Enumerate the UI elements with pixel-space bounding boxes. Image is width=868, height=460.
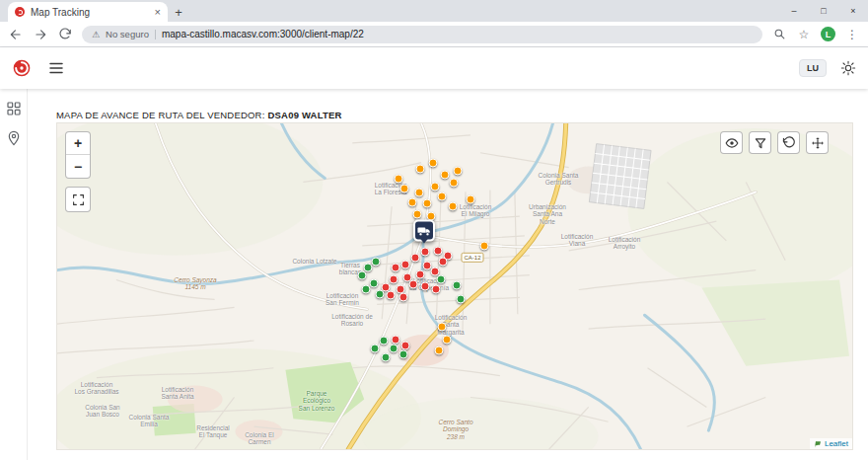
map-toolbar [720, 131, 829, 154]
client-marker[interactable] [438, 192, 447, 201]
browser-tab[interactable]: Map Tracking × [8, 2, 168, 22]
client-marker[interactable] [439, 258, 448, 267]
leaflet-attribution-link[interactable]: Leaflet [825, 439, 848, 448]
client-marker[interactable] [449, 202, 458, 211]
client-marker[interactable] [434, 247, 443, 256]
client-marker[interactable] [390, 275, 398, 284]
client-marker[interactable] [392, 336, 400, 345]
not-secure-warning-icon[interactable]: ⚠ [92, 30, 100, 39]
fullscreen-button[interactable] [65, 187, 91, 212]
visibility-eye-button[interactable] [720, 131, 743, 154]
site-favicon-icon [15, 7, 25, 17]
client-marker[interactable] [413, 210, 422, 219]
tab-close-icon[interactable]: × [155, 6, 161, 18]
map-place-label: Lotificación de Rosario [331, 313, 373, 328]
client-marker[interactable] [437, 275, 446, 284]
client-marker[interactable] [421, 248, 430, 257]
address-bar[interactable]: ⚠ No seguro mapa-castillo.macasv.com:300… [82, 26, 762, 43]
menu-hamburger-icon[interactable] [47, 59, 65, 77]
reload-button[interactable] [57, 27, 73, 42]
client-marker[interactable] [362, 285, 371, 294]
browser-toolbar: ⚠ No seguro mapa-castillo.macasv.com:300… [0, 22, 868, 47]
bookmark-star-icon[interactable]: ☆ [796, 28, 812, 41]
client-marker[interactable] [392, 264, 400, 272]
browser-window: Map Tracking × + – □ × ⚠ No seguro mapa-… [0, 0, 868, 460]
theme-toggle-sun-icon[interactable] [840, 60, 856, 76]
client-marker[interactable] [441, 171, 450, 180]
client-marker[interactable] [480, 242, 489, 251]
client-marker[interactable] [364, 264, 373, 272]
client-marker[interactable] [399, 293, 408, 302]
client-marker[interactable] [401, 261, 410, 269]
refresh-rotate-button[interactable] [777, 131, 800, 154]
recenter-move-button[interactable] [806, 131, 829, 154]
sidebar-item-map[interactable] [6, 130, 22, 146]
zoom-out-button[interactable]: − [66, 155, 90, 178]
client-marker[interactable] [358, 271, 367, 280]
window-close-button[interactable]: × [838, 0, 868, 22]
app-logo[interactable] [12, 58, 32, 78]
zoom-in-button[interactable]: + [66, 132, 90, 155]
user-badge[interactable]: LU [799, 59, 827, 77]
client-marker[interactable] [432, 285, 441, 294]
browser-tab-strip: Map Tracking × + – □ × [0, 0, 868, 22]
leaflet-map[interactable]: Lotificación La FlorestaLotificación El … [56, 122, 853, 450]
map-place-label: Lotificación Santa Anita [161, 386, 193, 401]
client-marker[interactable] [423, 199, 432, 208]
map-place-label: Cerro Santo Domingo 238 m [438, 419, 472, 440]
map-place-label: Colonia San Juan Bosco [85, 404, 119, 419]
window-maximize-button[interactable]: □ [809, 0, 838, 22]
window-minimize-button[interactable]: – [779, 0, 809, 22]
zoom-page-icon[interactable] [771, 28, 787, 40]
client-marker[interactable] [429, 159, 438, 168]
new-tab-button[interactable]: + [168, 2, 189, 22]
client-marker[interactable] [390, 345, 398, 353]
url-text[interactable]: mapa-castillo.macasv.com:3000/client-map… [162, 29, 364, 39]
client-marker[interactable] [387, 291, 396, 300]
client-marker[interactable] [415, 189, 424, 197]
app-body: MAPA DE AVANCE DE RUTA DEL VENDEDOR:DSA0… [0, 89, 868, 460]
client-marker[interactable] [457, 295, 466, 304]
client-marker[interactable] [443, 336, 452, 345]
client-marker[interactable] [376, 290, 385, 299]
client-marker[interactable] [380, 337, 389, 345]
client-marker[interactable] [400, 185, 409, 193]
client-marker[interactable] [438, 323, 447, 332]
client-marker[interactable] [382, 353, 391, 362]
client-marker[interactable] [370, 279, 379, 288]
window-controls: – □ × [779, 0, 868, 22]
tab-title: Map Tracking [31, 7, 149, 18]
client-marker[interactable] [399, 350, 408, 359]
client-marker[interactable] [416, 270, 425, 279]
client-marker[interactable] [411, 254, 420, 263]
omnibox-divider [155, 30, 156, 39]
security-label[interactable]: No seguro [106, 29, 149, 39]
client-marker[interactable] [454, 167, 463, 176]
road-badge: CA-12 [461, 253, 483, 263]
map-place-label: Lotificación El Milagro [460, 203, 492, 218]
truck-marker[interactable] [413, 220, 435, 242]
client-marker[interactable] [372, 258, 381, 267]
client-marker[interactable] [467, 195, 475, 204]
client-marker[interactable] [421, 282, 430, 291]
browser-menu-kebab-icon[interactable]: ⋮ [844, 28, 860, 41]
client-marker[interactable] [371, 345, 380, 353]
map-place-label: Lotificación Los Granadillas [74, 381, 118, 396]
map-place-label: Colonia Santa Emilia [129, 414, 170, 428]
client-marker[interactable] [408, 198, 417, 207]
client-marker[interactable] [453, 281, 462, 290]
sidebar [0, 89, 28, 460]
client-marker[interactable] [416, 165, 425, 174]
forward-button[interactable] [33, 27, 48, 42]
client-marker[interactable] [450, 179, 459, 188]
client-marker[interactable] [401, 342, 410, 350]
browser-profile-avatar[interactable]: L [821, 27, 835, 41]
filter-funnel-button[interactable] [749, 131, 771, 154]
client-marker[interactable] [431, 183, 440, 192]
back-button[interactable] [8, 27, 24, 42]
sidebar-item-dashboard[interactable] [6, 101, 22, 116]
client-marker[interactable] [435, 346, 444, 355]
client-marker[interactable] [395, 175, 403, 184]
map-place-label: Colonia Lotzate [292, 258, 336, 265]
client-marker[interactable] [409, 280, 418, 289]
